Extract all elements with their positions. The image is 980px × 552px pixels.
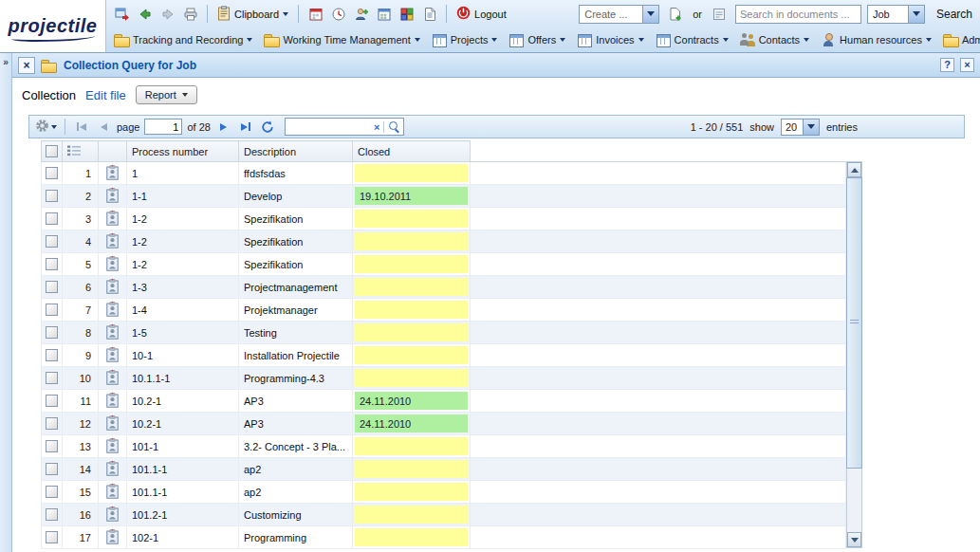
refresh-button[interactable] xyxy=(259,119,276,136)
report-button[interactable]: Report xyxy=(136,85,197,104)
process-number-cell[interactable]: 1-1 xyxy=(127,185,239,208)
menu-item-offers[interactable]: Offers xyxy=(508,33,565,46)
description-cell[interactable]: Testing xyxy=(239,322,353,344)
column-header-process-number[interactable]: Process number xyxy=(127,141,239,162)
description-cell[interactable]: Spezifikation xyxy=(239,230,353,253)
chevron-down-icon[interactable] xyxy=(803,120,819,135)
menu-item-contracts[interactable]: Contracts xyxy=(656,33,729,46)
row-checkbox[interactable] xyxy=(46,463,58,475)
page-input[interactable] xyxy=(144,119,182,135)
job-icon[interactable] xyxy=(106,421,119,432)
vertical-scrollbar[interactable] xyxy=(846,161,862,548)
app-logo[interactable]: projectile xyxy=(0,0,106,52)
forward-icon[interactable] xyxy=(157,4,177,24)
row-checkbox[interactable] xyxy=(46,349,58,361)
row-checkbox[interactable] xyxy=(46,486,58,498)
description-cell[interactable]: Programming xyxy=(239,526,353,549)
search-icon[interactable] xyxy=(388,120,400,133)
description-cell[interactable]: ffdsfsdas xyxy=(239,162,353,185)
menu-item-projects[interactable]: Projects xyxy=(432,33,498,46)
row-checkbox[interactable] xyxy=(46,190,58,202)
process-number-cell[interactable]: 1 xyxy=(127,162,239,185)
process-number-cell[interactable]: 102-1 xyxy=(127,526,239,549)
row-checkbox[interactable] xyxy=(46,440,58,452)
scroll-up-button[interactable] xyxy=(847,162,861,177)
process-number-cell[interactable]: 101.1-1 xyxy=(127,481,239,504)
next-page-button[interactable] xyxy=(215,119,232,136)
job-icon[interactable] xyxy=(106,535,119,546)
menu-item-human-resources[interactable]: Human resources xyxy=(821,33,932,46)
row-checkbox[interactable] xyxy=(46,372,58,384)
template-icon[interactable] xyxy=(710,4,730,24)
row-checkbox[interactable] xyxy=(46,326,58,339)
table-settings-button[interactable] xyxy=(35,119,57,135)
row-checkbox[interactable] xyxy=(46,417,58,430)
job-icon[interactable] xyxy=(106,216,119,228)
clipboard-button[interactable]: Clipboard xyxy=(214,6,291,23)
description-cell[interactable]: ap2 xyxy=(239,481,353,504)
process-number-cell[interactable]: 101.1-1 xyxy=(127,458,239,481)
description-cell[interactable]: Programming-4.3 xyxy=(239,367,353,390)
detach-window-icon[interactable] xyxy=(112,4,132,24)
process-number-cell[interactable]: 10.1.1-1 xyxy=(127,367,239,390)
close-button[interactable]: × xyxy=(960,58,974,72)
document-search-input[interactable] xyxy=(735,5,861,24)
description-cell[interactable]: Spezifikation xyxy=(239,253,353,276)
menu-item-contacts[interactable]: Contacts xyxy=(740,33,809,46)
process-number-cell[interactable]: 10-1 xyxy=(127,344,239,367)
row-checkbox[interactable] xyxy=(46,212,58,225)
process-number-cell[interactable]: 1-2 xyxy=(127,208,239,230)
process-number-cell[interactable]: 1-5 xyxy=(127,322,239,344)
job-icon[interactable] xyxy=(106,467,119,478)
prev-page-button[interactable] xyxy=(95,119,112,136)
job-icon[interactable] xyxy=(106,307,119,319)
filter-input[interactable] xyxy=(288,121,370,133)
search-button[interactable]: Search xyxy=(936,8,972,21)
clear-filter-icon[interactable]: × xyxy=(370,121,384,133)
document-type-select[interactable]: Job xyxy=(867,5,925,24)
scrollbar-thumb[interactable] xyxy=(846,177,862,469)
job-icon[interactable] xyxy=(106,262,119,273)
sidebar-expander[interactable]: » xyxy=(0,53,12,552)
process-number-cell[interactable]: 101.2-1 xyxy=(127,504,239,526)
menu-item-tracking-and-recording[interactable]: Tracking and Recording xyxy=(114,33,252,46)
help-button[interactable]: ? xyxy=(940,58,954,72)
job-icon[interactable] xyxy=(106,193,119,205)
job-icon[interactable] xyxy=(106,330,119,341)
job-icon[interactable] xyxy=(106,239,119,250)
row-checkbox[interactable] xyxy=(46,167,58,179)
create-select[interactable]: Create ... xyxy=(579,5,659,24)
back-icon[interactable] xyxy=(135,4,155,24)
menu-item-invoices[interactable]: Invoices xyxy=(577,33,643,46)
row-checkbox[interactable] xyxy=(46,531,58,543)
print-icon[interactable] xyxy=(180,4,200,24)
scroll-down-button[interactable] xyxy=(847,532,861,547)
timesheet-icon[interactable] xyxy=(305,4,325,24)
column-header-description[interactable]: Description xyxy=(239,141,353,162)
job-icon[interactable] xyxy=(106,489,119,501)
process-number-cell[interactable]: 10.2-1 xyxy=(127,413,239,435)
row-checkbox[interactable] xyxy=(46,395,58,407)
row-number-header[interactable] xyxy=(63,141,99,162)
modules-icon[interactable] xyxy=(397,4,416,24)
column-header-closed[interactable]: Closed xyxy=(353,141,471,162)
time-tracking-icon[interactable] xyxy=(328,4,348,24)
row-checkbox[interactable] xyxy=(46,258,58,270)
job-icon[interactable] xyxy=(106,171,119,182)
job-icon[interactable] xyxy=(106,285,119,296)
description-cell[interactable]: Spezifikation xyxy=(239,208,353,230)
process-number-cell[interactable]: 1-2 xyxy=(127,230,239,253)
description-cell[interactable]: AP3 xyxy=(239,390,353,413)
last-page-button[interactable] xyxy=(237,119,254,136)
row-checkbox[interactable] xyxy=(46,304,58,316)
description-cell[interactable]: ap2 xyxy=(239,458,353,481)
menu-item-administration[interactable]: Administration xyxy=(943,33,980,46)
logout-button[interactable]: Logout xyxy=(453,6,509,22)
edit-file-link[interactable]: Edit file xyxy=(85,88,126,102)
description-cell[interactable]: AP3 xyxy=(239,413,353,435)
process-number-cell[interactable]: 10.2-1 xyxy=(127,390,239,413)
row-checkbox[interactable] xyxy=(46,281,58,293)
process-number-cell[interactable]: 1-3 xyxy=(127,276,239,299)
page-size-select[interactable]: 20 xyxy=(781,119,820,136)
description-cell[interactable]: Projectmanagement xyxy=(239,276,353,299)
